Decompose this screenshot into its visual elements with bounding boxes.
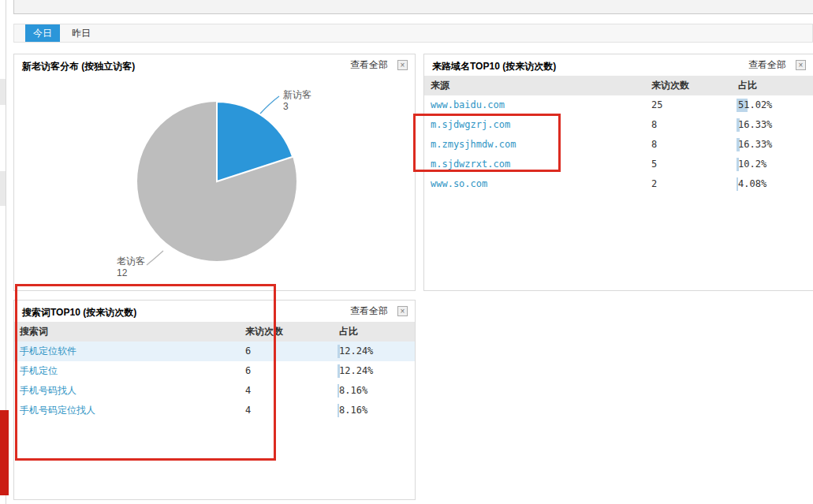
share-cell: 10.2% xyxy=(738,155,766,174)
tab-today[interactable]: 今日 xyxy=(25,24,60,42)
domain-link[interactable]: www.baidu.com xyxy=(431,95,505,115)
pie-label-value: 3 xyxy=(283,101,311,113)
view-all-link[interactable]: 查看全部 xyxy=(748,54,786,76)
share-value: 4.08% xyxy=(738,178,766,189)
close-icon[interactable]: × xyxy=(397,306,408,316)
visits-value: 25 xyxy=(651,95,662,115)
panel-referring-domains: 来路域名TOP10 (按来访次数) 查看全部 × 来源 来访次数 占比 www.… xyxy=(423,54,813,291)
share-cell: 51.02% xyxy=(738,95,772,115)
date-tabs-bar: 今日 昨日 xyxy=(13,24,813,43)
close-icon[interactable]: × xyxy=(796,60,806,70)
share-cell: 12.24% xyxy=(339,342,373,361)
share-value: 16.33% xyxy=(738,139,772,150)
annotation-box-search-panel xyxy=(15,284,276,461)
share-cell: 4.08% xyxy=(738,174,766,194)
share-value: 51.02% xyxy=(738,99,772,110)
view-all-link[interactable]: 查看全部 xyxy=(350,54,388,76)
pie-label-value: 12 xyxy=(117,267,145,279)
visits-value: 2 xyxy=(651,174,657,194)
share-value: 8.16% xyxy=(339,385,367,396)
panel-visitor-distribution: 新老访客分布 (按独立访客) 查看全部 × 新访客 3 老访客 12 xyxy=(13,54,416,291)
gutter-block xyxy=(0,79,6,105)
tab-yesterday[interactable]: 昨日 xyxy=(60,24,103,42)
panel-title: 新老访客分布 (按独立访客) xyxy=(22,61,135,72)
share-value: 8.16% xyxy=(339,405,367,416)
panel-title: 来路域名TOP10 (按来访次数) xyxy=(432,61,556,72)
share-value: 12.24% xyxy=(339,365,373,376)
top-cutoff-panel xyxy=(13,0,813,14)
pie-label-new-visitors: 新访客 3 xyxy=(283,89,311,113)
table-row: www.so.com 2 4.08% xyxy=(424,174,813,194)
share-cell: 8.16% xyxy=(339,381,367,401)
view-all-link[interactable]: 查看全部 xyxy=(350,301,388,322)
column-header-share: 占比 xyxy=(738,76,757,95)
column-header-source: 来源 xyxy=(431,76,449,95)
pie-label-name: 老访客 xyxy=(117,256,145,267)
share-value: 16.33% xyxy=(738,119,772,130)
share-value: 12.24% xyxy=(339,345,373,357)
annotation-box-domains xyxy=(413,114,561,172)
share-value: 10.2% xyxy=(738,159,766,170)
column-header-share: 占比 xyxy=(339,322,358,342)
pie-chart xyxy=(130,95,304,268)
domain-link[interactable]: www.so.com xyxy=(431,174,487,194)
visits-value: 8 xyxy=(651,115,657,135)
visits-value: 5 xyxy=(651,155,657,174)
column-header-visits: 来访次数 xyxy=(651,76,689,95)
panel-header: 来路域名TOP10 (按来访次数) 查看全部 × xyxy=(424,54,813,76)
annotation-red-bar xyxy=(0,410,9,495)
panel-header: 新老访客分布 (按独立访客) 查看全部 × xyxy=(14,54,415,76)
close-icon[interactable]: × xyxy=(397,60,408,70)
gutter-block xyxy=(0,171,6,206)
table-row: www.baidu.com 25 51.02% xyxy=(424,95,813,115)
visits-value: 8 xyxy=(651,135,657,155)
table-header-row: 来源 来访次数 占比 xyxy=(424,76,813,95)
share-cell: 16.33% xyxy=(738,115,772,135)
pie-label-name: 新访客 xyxy=(283,89,311,101)
pie-label-old-visitors: 老访客 12 xyxy=(117,256,145,279)
share-cell: 8.16% xyxy=(339,401,367,420)
share-cell: 16.33% xyxy=(738,135,772,155)
share-cell: 12.24% xyxy=(339,361,373,381)
